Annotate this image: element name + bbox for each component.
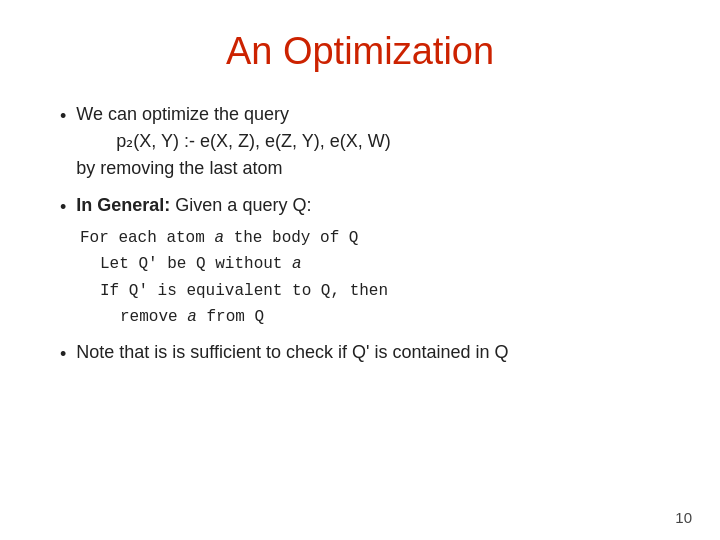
- bullet-1-line1: We can optimize the query: [76, 104, 289, 124]
- page-number: 10: [675, 509, 692, 526]
- bullet-dot-1: •: [60, 103, 66, 130]
- bullet-2: • In General: Given a query Q:: [60, 192, 660, 221]
- bullet-dot-2: •: [60, 194, 66, 221]
- monospace-block: For each atom a the body of Q Let Q' be …: [80, 225, 660, 331]
- bullet-1-line2: p₂(X, Y) :- e(X, Z), e(Z, Y), e(X, W): [116, 128, 660, 155]
- mono-line-4: remove a from Q: [120, 304, 660, 330]
- slide-title: An Optimization: [60, 30, 660, 73]
- bullet-dot-3: •: [60, 341, 66, 368]
- bullet-1-text: We can optimize the query p₂(X, Y) :- e(…: [76, 101, 660, 182]
- bullet-2-bold-label: In General:: [76, 195, 170, 215]
- bullet-2-after: Given a query Q:: [170, 195, 311, 215]
- slide-content: • We can optimize the query p₂(X, Y) :- …: [60, 101, 660, 378]
- mono-line-2: Let Q' be Q without a: [100, 251, 660, 277]
- bullet-3: • Note that is is sufficient to check if…: [60, 339, 660, 368]
- bullet-2-text: In General: Given a query Q:: [76, 192, 660, 219]
- bullet-3-text: Note that is is sufficient to check if Q…: [76, 339, 660, 366]
- bullet-1: • We can optimize the query p₂(X, Y) :- …: [60, 101, 660, 182]
- mono-line-3: If Q' is equivalent to Q, then: [100, 278, 660, 304]
- mono-line-1: For each atom a the body of Q: [80, 225, 660, 251]
- bullet-1-line3: by removing the last atom: [76, 158, 282, 178]
